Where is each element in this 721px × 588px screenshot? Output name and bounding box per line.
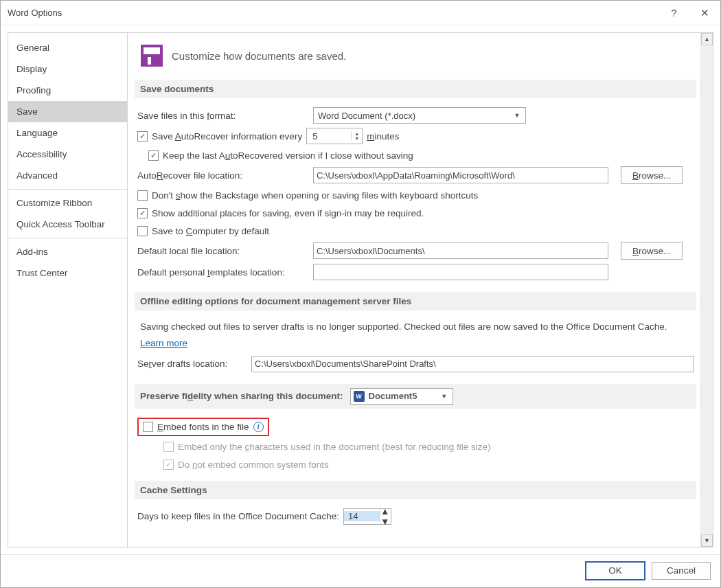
sidebar: General Display Proofing Save Language A… bbox=[8, 32, 128, 547]
default-personal-input[interactable] bbox=[313, 264, 608, 280]
default-local-label: Default local file location: bbox=[137, 246, 309, 256]
preserve-document-value: Document5 bbox=[369, 391, 417, 401]
dialog-footer: OK Cancel bbox=[1, 554, 720, 587]
row-dont-show-backstage: Don't show the Backstage when opening or… bbox=[135, 186, 696, 204]
word-document-icon: W bbox=[354, 391, 365, 402]
embed-only-chars-checkbox bbox=[163, 442, 174, 452]
spin-down-icon[interactable]: ▼ bbox=[352, 136, 362, 141]
server-drafts-input[interactable]: C:\Users\xboxl\Documents\SharePoint Draf… bbox=[251, 356, 694, 372]
row-do-not-embed: ✓ Do not embed common system fonts bbox=[135, 456, 696, 474]
do-not-embed-label: Do not embed common system fonts bbox=[178, 460, 329, 470]
row-embed-fonts: Embed fonts in the file i bbox=[135, 416, 696, 438]
minutes-label: minutes bbox=[367, 131, 399, 142]
scroll-track[interactable] bbox=[701, 45, 713, 534]
sidebar-item-customize-ribbon[interactable]: Customize Ribbon bbox=[8, 192, 127, 214]
page-header: Customize how documents are saved. bbox=[135, 40, 696, 77]
keep-last-label: Keep the last AutoRecovered version if I… bbox=[163, 150, 413, 161]
preserve-document-dropdown[interactable]: W Document5 ▼ bbox=[350, 388, 453, 405]
help-icon: ? bbox=[671, 7, 676, 19]
spin-up-icon[interactable]: ▲ bbox=[352, 131, 362, 136]
cache-days-value: 14 bbox=[344, 511, 380, 521]
sidebar-item-save[interactable]: Save bbox=[8, 101, 127, 122]
info-icon[interactable]: i bbox=[253, 422, 264, 432]
scroll-up-icon[interactable]: ▲ bbox=[701, 33, 713, 45]
sidebar-item-advanced[interactable]: Advanced bbox=[8, 165, 127, 186]
dialog-body: General Display Proofing Save Language A… bbox=[1, 25, 720, 554]
default-local-browse-button[interactable]: Browse... bbox=[621, 242, 683, 260]
sidebar-item-general[interactable]: General bbox=[8, 37, 127, 58]
sidebar-item-trust-center[interactable]: Trust Center bbox=[8, 262, 127, 284]
save-format-label: Save files in this format: bbox=[137, 111, 309, 121]
embed-fonts-checkbox[interactable] bbox=[143, 422, 153, 432]
save-to-computer-checkbox[interactable] bbox=[137, 226, 148, 236]
embed-fonts-highlight: Embed fonts in the file i bbox=[137, 418, 269, 436]
offline-editing-text: Saving checked out files to server draft… bbox=[135, 317, 696, 337]
preserve-fidelity-label: Preserve fidelity when sharing this docu… bbox=[140, 391, 343, 401]
sidebar-item-add-ins[interactable]: Add-ins bbox=[8, 241, 127, 262]
save-format-dropdown[interactable]: Word Document (*.docx) ▼ bbox=[313, 107, 526, 124]
close-button[interactable]: ✕ bbox=[689, 1, 720, 25]
save-to-computer-label: Save to Computer by default bbox=[152, 226, 269, 236]
default-personal-label: Default personal templates location: bbox=[137, 267, 309, 278]
cache-days-spinner[interactable]: 14 ▲▼ bbox=[343, 508, 391, 525]
sidebar-item-language[interactable]: Language bbox=[8, 122, 127, 144]
row-keep-last: ✓ Keep the last AutoRecovered version if… bbox=[135, 146, 696, 164]
sidebar-item-accessibility[interactable]: Accessibility bbox=[8, 144, 127, 165]
scroll-down-icon[interactable]: ▼ bbox=[701, 534, 713, 547]
scroll-area: Customize how documents are saved. Save … bbox=[128, 33, 700, 547]
section-save-documents: Save documents bbox=[135, 80, 696, 98]
vertical-scrollbar[interactable]: ▲ ▼ bbox=[700, 33, 713, 547]
dont-show-backstage-label: Don't show the Backstage when opening or… bbox=[152, 190, 478, 201]
word-options-dialog: Word Options ? ✕ General Display Proofin… bbox=[0, 0, 721, 588]
section-offline-editing: Offline editing options for document man… bbox=[135, 292, 696, 310]
default-local-input[interactable]: C:\Users\xboxl\Documents\ bbox=[313, 242, 608, 259]
row-save-format: Save files in this format: Word Document… bbox=[135, 105, 696, 126]
show-additional-label: Show additional places for saving, even … bbox=[152, 208, 424, 218]
row-autorecover: ✓ Save AutoRecover information every 5 ▲… bbox=[135, 126, 696, 146]
section-preserve-fidelity: Preserve fidelity when sharing this docu… bbox=[135, 384, 696, 409]
row-default-personal: Default personal templates location: bbox=[135, 262, 696, 282]
svg-rect-3 bbox=[148, 57, 151, 65]
autorecover-location-input[interactable]: C:\Users\xboxl\AppData\Roaming\Microsoft… bbox=[313, 167, 608, 183]
autorecover-location-label: AutoRecover file location: bbox=[137, 170, 309, 181]
chevron-down-icon: ▼ bbox=[439, 393, 450, 400]
sidebar-item-proofing[interactable]: Proofing bbox=[8, 80, 127, 101]
spin-up-icon[interactable]: ▲ bbox=[380, 506, 391, 517]
row-autorecover-location: AutoRecover file location: C:\Users\xbox… bbox=[135, 164, 696, 186]
main-panel: Customize how documents are saved. Save … bbox=[128, 32, 713, 547]
row-show-additional: ✓ Show additional places for saving, eve… bbox=[135, 204, 696, 222]
embed-fonts-label: Embed fonts in the file bbox=[157, 422, 249, 432]
ok-button[interactable]: OK bbox=[586, 562, 645, 580]
close-icon: ✕ bbox=[700, 7, 709, 19]
embed-only-chars-label: Embed only the characters used in the do… bbox=[178, 442, 491, 452]
sidebar-item-display[interactable]: Display bbox=[8, 58, 127, 80]
save-format-value: Word Document (*.docx) bbox=[318, 111, 415, 121]
dont-show-backstage-checkbox[interactable] bbox=[137, 190, 148, 201]
titlebar: Word Options ? ✕ bbox=[1, 1, 720, 25]
spin-down-icon[interactable]: ▼ bbox=[380, 517, 391, 527]
learn-more-link[interactable]: Learn more bbox=[140, 338, 187, 348]
row-cache-days: Days to keep files in the Office Documen… bbox=[135, 506, 696, 527]
keep-last-checkbox[interactable]: ✓ bbox=[148, 150, 159, 161]
page-header-text: Customize how documents are saved. bbox=[172, 50, 346, 62]
autorecover-label: Save AutoRecover information every bbox=[152, 131, 302, 142]
chevron-down-icon: ▼ bbox=[512, 112, 523, 119]
section-cache-settings: Cache Settings bbox=[135, 481, 696, 499]
svg-rect-1 bbox=[144, 47, 160, 54]
row-embed-only-chars: Embed only the characters used in the do… bbox=[135, 438, 696, 456]
do-not-embed-checkbox: ✓ bbox=[163, 460, 174, 470]
row-save-to-computer: Save to Computer by default bbox=[135, 222, 696, 240]
help-button[interactable]: ? bbox=[659, 1, 689, 25]
dialog-title: Word Options bbox=[8, 8, 62, 18]
save-icon bbox=[140, 44, 163, 67]
autorecover-browse-button[interactable]: Browse... bbox=[621, 166, 683, 184]
sidebar-item-quick-access[interactable]: Quick Access Toolbar bbox=[8, 214, 127, 235]
row-server-drafts: Server drafts location: C:\Users\xboxl\D… bbox=[135, 354, 696, 374]
cache-days-label: Days to keep files in the Office Documen… bbox=[137, 511, 339, 521]
autorecover-minutes-spinner[interactable]: 5 ▲▼ bbox=[306, 128, 363, 144]
autorecover-minutes-value: 5 bbox=[307, 131, 351, 142]
cancel-button[interactable]: Cancel bbox=[652, 562, 711, 580]
autorecover-checkbox[interactable]: ✓ bbox=[137, 131, 148, 142]
show-additional-checkbox[interactable]: ✓ bbox=[137, 208, 148, 218]
server-drafts-label: Server drafts location: bbox=[137, 359, 247, 369]
